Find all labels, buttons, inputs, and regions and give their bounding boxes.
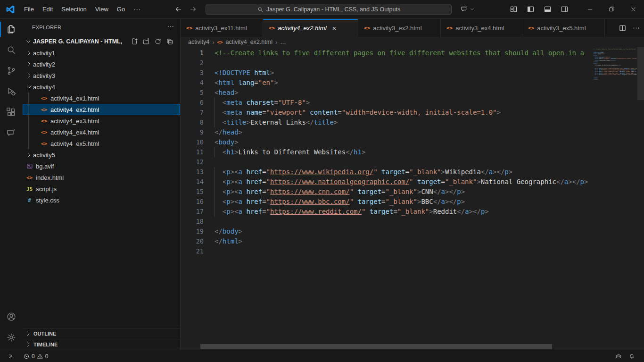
split-editor-icon[interactable] bbox=[619, 24, 627, 32]
run-debug-icon bbox=[6, 86, 17, 97]
back-arrow-icon[interactable] bbox=[174, 5, 182, 13]
vertical-scrollbar[interactable] bbox=[637, 47, 644, 100]
tab-activity3_ex11.html[interactable]: <>activity3_ex11.html bbox=[181, 19, 263, 37]
tree-item-activity4_ex2.html[interactable]: <>activity4_ex2.html bbox=[23, 104, 180, 115]
code-line[interactable]: <head> bbox=[215, 88, 593, 98]
minimize-button[interactable] bbox=[579, 0, 601, 18]
problems-indicator[interactable]: 0 0 bbox=[20, 351, 51, 362]
collapse-all-icon[interactable] bbox=[166, 38, 173, 45]
copilot-button[interactable] bbox=[458, 4, 477, 15]
activity-bar-item-run-debug[interactable] bbox=[0, 81, 23, 102]
menu-more-button[interactable]: ··· bbox=[129, 4, 145, 15]
code-line[interactable] bbox=[215, 58, 593, 68]
tree-item-activity4_ex4.html[interactable]: <>activity4_ex4.html bbox=[23, 126, 180, 138]
tab-close-icon[interactable]: × bbox=[332, 24, 337, 32]
tree-item-activity4_ex3.html[interactable]: <>activity4_ex3.html bbox=[23, 115, 180, 126]
tree-item-label: activity4_ex5.html bbox=[50, 140, 99, 147]
code-line[interactable]: <p><a href="https://www.wikipedia.org/" … bbox=[215, 167, 593, 177]
code-line[interactable]: </head> bbox=[215, 127, 593, 137]
activity-bar-item-settings[interactable] bbox=[0, 327, 23, 348]
close-button[interactable] bbox=[622, 0, 644, 18]
notifications-bell[interactable] bbox=[625, 351, 638, 362]
html-file-icon: <> bbox=[528, 25, 534, 31]
activity-bar-item-copilot-chat[interactable] bbox=[0, 123, 23, 143]
code-line[interactable]: <h1>Links to Different Websites</h1> bbox=[215, 147, 593, 157]
forward-arrow-icon[interactable] bbox=[189, 5, 197, 13]
tab-label: activity3_ex5.html bbox=[537, 25, 586, 32]
tree-item-activity4_ex5.html[interactable]: <>activity4_ex5.html bbox=[23, 138, 180, 149]
breadcrumb-item[interactable]: activity4 bbox=[188, 39, 209, 45]
tree-item-script.js[interactable]: JSscript.js bbox=[23, 183, 180, 194]
code-line[interactable]: <title>External Links</title> bbox=[215, 118, 593, 127]
section-outline[interactable]: OUTLINE bbox=[23, 328, 180, 339]
activity-bar-item-search[interactable] bbox=[0, 40, 23, 60]
remote-indicator[interactable] bbox=[5, 351, 18, 362]
code-line[interactable]: <meta name="viewport" content="width=dev… bbox=[215, 108, 593, 118]
tab-activity3_ex4.html[interactable]: <>activity3_ex4.html bbox=[441, 19, 522, 37]
tree-item-bg.avif[interactable]: bg.avif bbox=[23, 160, 180, 172]
new-file-icon[interactable] bbox=[131, 38, 138, 45]
minimap[interactable]: <!--Create links to five different pages… bbox=[593, 47, 636, 350]
html-file-icon: <> bbox=[40, 118, 48, 124]
activity-bar-item-source-control[interactable] bbox=[0, 60, 23, 81]
menu-file[interactable]: File bbox=[20, 4, 38, 15]
explorer-more-button[interactable] bbox=[167, 23, 174, 32]
code-line[interactable]: </body> bbox=[215, 227, 593, 236]
image-file-icon bbox=[25, 163, 33, 169]
breadcrumb-item[interactable]: <> activity4_ex2.html bbox=[217, 39, 272, 45]
toggle-primary-sidebar-button[interactable] bbox=[524, 3, 537, 16]
code-line[interactable] bbox=[215, 217, 593, 227]
code-line[interactable] bbox=[215, 246, 593, 256]
new-folder-icon[interactable] bbox=[142, 38, 150, 45]
tree-item-activity4_ex1.html[interactable]: <>activity4_ex1.html bbox=[23, 93, 180, 104]
code-line[interactable]: <body> bbox=[215, 137, 593, 147]
tree-item-activity1[interactable]: activity1 bbox=[23, 47, 180, 59]
command-center-search[interactable]: Jasper G. Calipayan - HTML, CSS, and JS … bbox=[206, 4, 452, 15]
code-line[interactable]: <html lang="en"> bbox=[215, 78, 593, 88]
code-line[interactable] bbox=[215, 157, 593, 167]
tab-activity4_ex2.html[interactable]: <>activity4_ex2.html× bbox=[263, 19, 358, 37]
copilot-status[interactable] bbox=[612, 351, 625, 362]
editor-more-icon[interactable] bbox=[632, 24, 640, 32]
tree-item-activity4[interactable]: activity4 bbox=[23, 81, 180, 93]
breadcrumb-item[interactable]: … bbox=[280, 39, 286, 45]
code-line[interactable]: <p><a href="https://www.cnn.com/" target… bbox=[215, 187, 593, 197]
tree-item-activity3[interactable]: activity3 bbox=[23, 70, 180, 81]
refresh-icon[interactable] bbox=[154, 38, 162, 45]
indent-guide bbox=[215, 98, 215, 108]
tree-item-index.html[interactable]: <>index.html bbox=[23, 172, 180, 183]
menu-go[interactable]: Go bbox=[113, 4, 129, 15]
code-line[interactable]: <!DOCTYPE html> bbox=[215, 68, 593, 78]
menu-edit[interactable]: Edit bbox=[38, 4, 57, 15]
code-line[interactable]: <!--Create links to five different pages… bbox=[215, 48, 593, 58]
restore-button[interactable] bbox=[601, 0, 622, 18]
line-number: 17 bbox=[181, 207, 215, 217]
ellipsis-icon bbox=[167, 23, 174, 30]
toggle-secondary-sidebar-button[interactable] bbox=[558, 3, 570, 16]
menu-selection[interactable]: Selection bbox=[57, 4, 91, 15]
layout-sidebar-left-icon bbox=[527, 5, 535, 13]
tree-item-activity5[interactable]: activity5 bbox=[23, 149, 180, 160]
tree-item-activity2[interactable]: activity2 bbox=[23, 59, 180, 70]
status-bar-right bbox=[612, 351, 644, 362]
section-timeline[interactable]: TIMELINE bbox=[23, 339, 180, 350]
code-line[interactable]: <meta charset="UTF-8"> bbox=[215, 98, 593, 108]
tab-activity3_ex5.html[interactable]: <>activity3_ex5.html bbox=[522, 19, 605, 37]
tab-activity3_ex2.html[interactable]: <>activity3_ex2.html bbox=[358, 19, 441, 37]
customize-layout-button[interactable] bbox=[507, 3, 520, 16]
tree-item-label: activity4_ex1.html bbox=[50, 95, 99, 102]
toggle-panel-button[interactable] bbox=[541, 3, 553, 16]
horizontal-scrollbar[interactable] bbox=[200, 344, 552, 349]
code-line[interactable]: <p><a href="https://www.reddit.com/" tar… bbox=[215, 207, 593, 217]
activity-bar-item-accounts[interactable] bbox=[0, 306, 23, 327]
code-line[interactable]: <p><a href="https://www.nationalgeograph… bbox=[215, 177, 593, 187]
activity-bar-item-extensions[interactable] bbox=[0, 102, 23, 123]
menu-view[interactable]: View bbox=[91, 4, 113, 15]
tree-item-style.css[interactable]: #style.css bbox=[23, 194, 180, 206]
workspace-header[interactable]: JASPER G. CALIPAYAN - HTML, ... bbox=[23, 36, 180, 47]
activity-bar-item-explorer[interactable] bbox=[0, 19, 23, 40]
tree-item-label: activity2 bbox=[33, 61, 55, 68]
code-line[interactable]: <p><a href="https://www.bbc.com/" target… bbox=[215, 197, 593, 207]
code-editor[interactable]: 123456789101112131415161718192021 <!--Cr… bbox=[181, 47, 644, 350]
code-line[interactable]: </html> bbox=[215, 236, 593, 246]
